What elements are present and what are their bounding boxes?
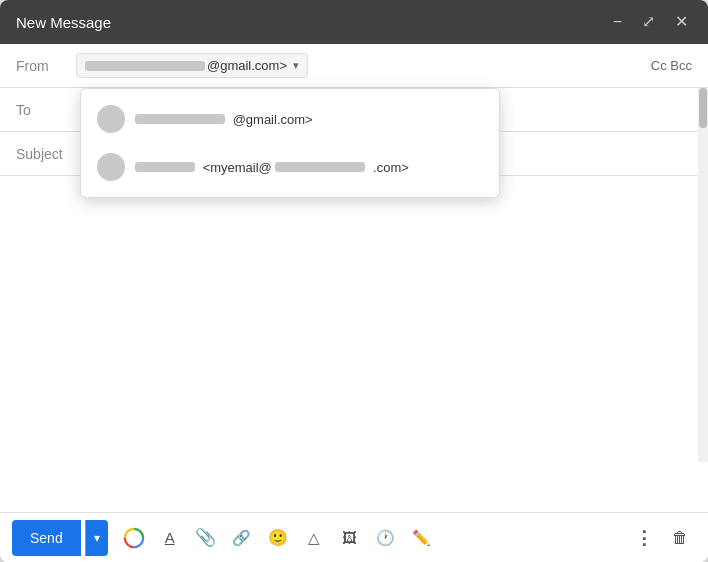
- trash-icon: 🗑: [672, 529, 688, 547]
- discard-button[interactable]: 🗑: [664, 522, 696, 554]
- window-controls: − ⤢ ✕: [609, 12, 692, 32]
- more-options-button[interactable]: ⋮: [628, 522, 660, 554]
- google-multicolor-icon: [123, 527, 145, 549]
- subject-label: Subject: [16, 146, 76, 162]
- title-bar: New Message − ⤢ ✕: [0, 0, 708, 44]
- email-blurred-2b: [275, 162, 365, 172]
- insert-drive-button[interactable]: △: [298, 522, 330, 554]
- clock-icon: 🕐: [376, 529, 395, 547]
- cc-bcc-link[interactable]: Cc Bcc: [651, 58, 692, 73]
- emoji-icon: 🙂: [268, 528, 288, 547]
- from-dropdown-arrow: ▾: [293, 59, 299, 72]
- formatting-options-button[interactable]: [118, 522, 150, 554]
- from-label: From: [16, 58, 76, 74]
- compose-window: New Message − ⤢ ✕ From @gmail.com> ▾ Cc …: [0, 0, 708, 562]
- attach-file-button[interactable]: 📎: [190, 522, 222, 554]
- avatar-2: [97, 153, 125, 181]
- scrollbar-thumb[interactable]: [699, 88, 707, 128]
- email-suffix-1: @gmail.com>: [233, 112, 313, 127]
- pencil-icon: ✏️: [412, 529, 431, 547]
- send-dropdown-button[interactable]: ▾: [85, 520, 108, 556]
- more-vert-icon: ⋮: [635, 527, 654, 549]
- from-row: From @gmail.com> ▾ Cc Bcc: [0, 44, 708, 88]
- toolbar: Send ▾ A 📎 🔗 🙂 △: [0, 512, 708, 562]
- insert-photo-button[interactable]: 🖼: [334, 522, 366, 554]
- from-option-1[interactable]: @gmail.com>: [81, 95, 499, 143]
- avatar-1: [97, 105, 125, 133]
- window-title: New Message: [16, 14, 111, 31]
- maximize-button[interactable]: ⤢: [638, 12, 659, 32]
- text-format-icon: A: [165, 529, 175, 546]
- paperclip-icon: 📎: [195, 527, 216, 548]
- email-prefix-2: <myemail@: [203, 160, 272, 175]
- from-option-2[interactable]: <myemail@ .com>: [81, 143, 499, 191]
- to-label: To: [16, 102, 76, 118]
- photo-icon: 🖼: [342, 529, 357, 546]
- close-button[interactable]: ✕: [671, 12, 692, 32]
- email-blurred-2: [135, 162, 195, 172]
- from-selector[interactable]: @gmail.com> ▾: [76, 53, 308, 78]
- signature-button[interactable]: ✏️: [406, 522, 438, 554]
- send-button[interactable]: Send: [12, 520, 81, 556]
- link-icon: 🔗: [232, 529, 251, 547]
- body-textarea[interactable]: [0, 176, 708, 512]
- compose-form: From @gmail.com> ▾ Cc Bcc To Subject: [0, 44, 708, 512]
- text-format-button[interactable]: A: [154, 522, 186, 554]
- from-email-suffix: @gmail.com>: [207, 58, 287, 73]
- from-email-blurred: [85, 61, 205, 71]
- minimize-button[interactable]: −: [609, 12, 626, 32]
- insert-emoji-button[interactable]: 🙂: [262, 522, 294, 554]
- schedule-send-button[interactable]: 🕐: [370, 522, 402, 554]
- scrollbar-track: [698, 88, 708, 462]
- insert-link-button[interactable]: 🔗: [226, 522, 258, 554]
- email-blurred-1: [135, 114, 225, 124]
- drive-icon: △: [308, 529, 320, 547]
- email-suffix-2: .com>: [373, 160, 409, 175]
- from-dropdown-menu: @gmail.com> <myemail@ .com>: [80, 88, 500, 198]
